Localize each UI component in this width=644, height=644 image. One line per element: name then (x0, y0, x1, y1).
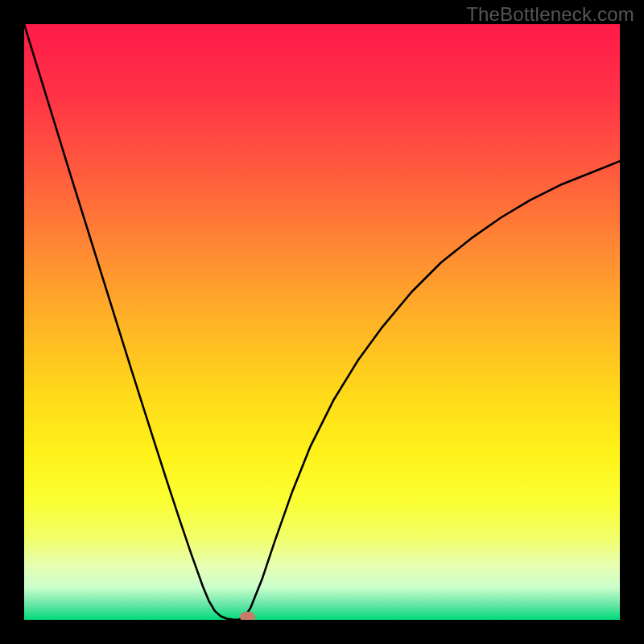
watermark-text: TheBottleneck.com (466, 3, 634, 26)
chart-background (24, 24, 620, 620)
chart-frame (24, 24, 620, 620)
chart-plot (24, 24, 620, 620)
